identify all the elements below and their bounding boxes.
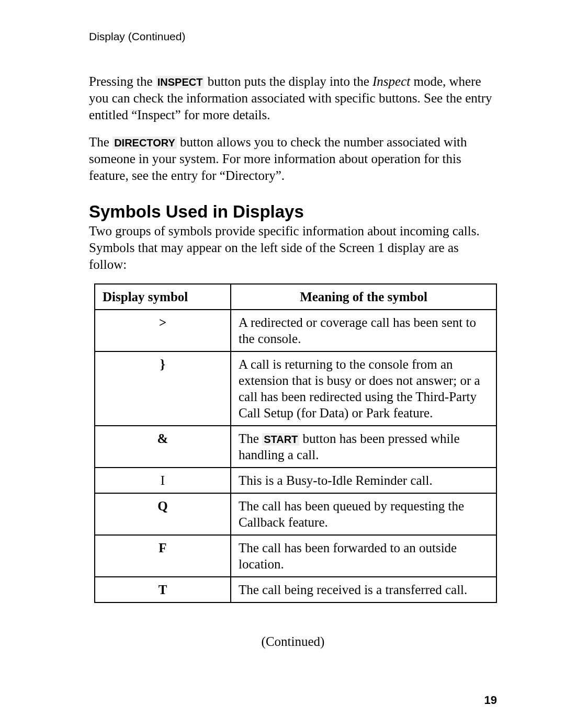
meaning-cell: The call has been queued by requesting t… [231,493,496,535]
symbol-cell: } [95,351,231,426]
table-row: Q The call has been queued by requesting… [95,493,496,535]
meaning-text: This is a Busy-to-Idle Reminder call. [239,473,433,487]
symbol-cell: F [95,535,231,577]
symbol-cell: > [95,310,231,351]
meaning-cell: The START button has been pressed while … [231,426,496,468]
meaning-text-pre: The [239,431,262,446]
section-title: Symbols Used in Displays [89,202,497,222]
symbol-cell: & [95,426,231,468]
th-meaning: Meaning of the symbol [231,284,496,310]
meaning-cell: The call has been forwarded to an outsid… [231,535,496,577]
symbol-cell: T [95,577,231,602]
start-button-label: START [262,433,299,446]
meaning-cell: This is a Busy-to-Idle Reminder call. [231,468,496,493]
running-head: Display (Continued) [89,30,497,43]
meaning-text: A redirected or coverage call has been s… [239,315,476,346]
meaning-text: The call has been queued by requesting t… [239,499,464,529]
table-row: I This is a Busy-to-Idle Reminder call. [95,468,496,493]
para1-pre: Pressing the [89,74,156,88]
page-number: 19 [484,693,497,707]
meaning-cell: A redirected or coverage call has been s… [231,310,496,351]
para2-pre: The [89,135,112,149]
th-symbol: Display symbol [95,284,231,310]
table-row: F The call has been forwarded to an outs… [95,535,496,577]
inspect-italic: Inspect [372,74,410,88]
table-row: } A call is returning to the console fro… [95,351,496,426]
para1-mid: button puts the display into the [204,74,372,88]
meaning-text: The call being received is a transferred… [239,583,467,597]
symbol-cell: I [95,468,231,493]
directory-button-label: DIRECTORY [112,136,177,149]
table-row: T The call being received is a transferr… [95,577,496,602]
meaning-text: A call is returning to the console from … [239,357,480,420]
table-row: > A redirected or coverage call has been… [95,310,496,351]
section-intro: Two groups of symbols provide specific i… [89,223,497,273]
meaning-cell: The call being received is a transferred… [231,577,496,602]
meaning-text: The call has been forwarded to an outsid… [239,541,457,571]
table-row: & The START button has been pressed whil… [95,426,496,468]
paragraph-inspect: Pressing the INSPECT button puts the dis… [89,73,497,123]
paragraph-directory: The DIRECTORY button allows you to check… [89,134,497,184]
inspect-button-label: INSPECT [156,76,205,88]
symbols-table: Display symbol Meaning of the symbol > A… [94,283,497,603]
meaning-cell: A call is returning to the console from … [231,351,496,426]
symbol-cell: Q [95,493,231,535]
continued-label: (Continued) [89,634,497,649]
